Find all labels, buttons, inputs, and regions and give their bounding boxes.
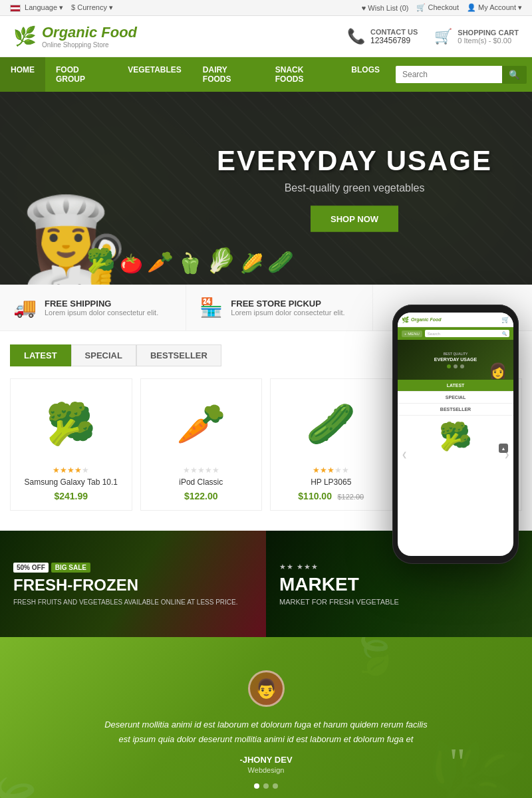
banner-left-content: 50% OFF BIG SALE FRESH-FROZEN FRESH FRUI… [0, 547, 251, 620]
banner-pre-title: ★★ ★★★ [279, 563, 399, 571]
leaf-icon-1: 🍃 [0, 760, 65, 798]
hero-title: EVERYDAY USAGE [217, 145, 492, 177]
nav-dairy-foods[interactable]: DAIRY FOODS [192, 57, 265, 92]
products-section: 🚚 FREE SHIPPING Lorem ipsum dolor consec… [0, 285, 532, 637]
cart-text: SHOPPING CART 0 Item(s) - $0.00 [458, 29, 519, 45]
hero-subtitle: Best-quality green vegetables [217, 182, 492, 194]
product-name-2: iPod Classic [149, 477, 254, 487]
testimonial-role: Webdesign [248, 766, 285, 774]
nav-search-area: 🔍 [390, 66, 532, 84]
testimonial-author: -JHONY DEV [239, 755, 292, 765]
phone-cart-icon: 🛒 [501, 316, 509, 323]
quote-mark-icon: " [450, 742, 466, 782]
product-price-3: $110.00 $122.00 [279, 490, 384, 502]
phone-hero-text: BEST QUALITY EVERYDAY USAGE [434, 352, 477, 368]
testimonial-dot-1[interactable] [254, 783, 259, 789]
testimonial-quote: Deserunt mollitia animi id est laborum e… [100, 718, 432, 747]
tab-bestseller[interactable]: BESTSELLER [136, 344, 221, 366]
testimonial-dots [254, 783, 278, 789]
product-name-1: Samsung Galaxy Tab 10.1 [19, 477, 124, 487]
phone-menu-bar: + MENU Search 🔍 [398, 327, 513, 340]
phone-prev-arrow: ❮ [402, 451, 407, 458]
nav-food-group[interactable]: FOOD GROUP [45, 57, 117, 92]
product-name-3: HP LP3065 [279, 477, 384, 487]
product-image-1: 🥦 [19, 387, 124, 460]
logo-text: Organic Food Online Shopping Store [42, 24, 137, 49]
banner-title-right: MARKET [279, 574, 399, 595]
product-card-2: 🥕 ★★★★★ iPod Classic $122.00 [140, 378, 263, 511]
tab-special[interactable]: SPECIAL [71, 344, 136, 366]
phone-header: 🌿 Organic Food 🛒 [398, 313, 513, 327]
mobile-preview: 🌿 Organic Food 🛒 + MENU Search 🔍 [392, 305, 525, 597]
checkout-link[interactable]: 🛒 Checkout [416, 3, 459, 12]
header: 🌿 Organic Food Online Shopping Store 📞 C… [0, 16, 532, 57]
carrot-icon: 🥕 [176, 400, 226, 448]
hero-content: EVERYDAY USAGE Best-quality green vegeta… [217, 145, 492, 232]
bigsale-badge: BIG SALE [51, 563, 90, 573]
phone-leaf-icon: 🌿 [402, 317, 409, 323]
main-navigation: HOME FOOD GROUP VEGETABLES DAIRY FOODS S… [0, 57, 532, 92]
wishlist-link[interactable]: ♥ Wish List (0) [362, 4, 409, 12]
phone-scroll-button: ▲ [499, 444, 508, 453]
user-icon: 👤 [467, 3, 476, 11]
cucumber-icon: 🥒 [306, 400, 356, 448]
phone-search-bar: Search 🔍 [425, 330, 509, 337]
search-button[interactable]: 🔍 [502, 66, 527, 84]
top-bar-left: Language ▾ $ Currency ▾ [10, 3, 113, 12]
phone-tab-latest: LATEST [398, 380, 513, 392]
heart-icon: ♥ [362, 4, 366, 12]
phone-product-image: 🥦 [403, 421, 508, 452]
testimonial-dot-3[interactable] [273, 783, 278, 789]
broccoli-icon: 🥦 [46, 400, 96, 448]
product-image-2: 🥕 [149, 387, 254, 460]
truck-icon: 🚚 [13, 297, 37, 319]
leaf-icon-3: 🍃 [345, 637, 402, 682]
nav-blogs[interactable]: BLOGS [340, 57, 390, 92]
product-card-3: 🥒 ★★★★★ HP LP3065 $110.00 $122.00 [270, 378, 392, 511]
cart-icon: 🛒 [416, 3, 426, 11]
phone-hero-image: 👩 [489, 362, 507, 380]
header-right: 📞 CONTACT US 123456789 🛒 SHOPPING CART 0… [347, 28, 519, 45]
my-account-link[interactable]: 👤 My Account ▾ [467, 3, 522, 12]
banner-desc-left: FRESH FRUITS AND VEGETABLES AVAILABLE ON… [13, 598, 238, 607]
search-input[interactable] [396, 66, 502, 83]
banner-desc-right: MARKET FOR FRESH VEGETABLE [279, 598, 399, 606]
product-price-1: $241.99 [19, 490, 124, 502]
top-bar-right: ♥ Wish List (0) 🛒 Checkout 👤 My Account … [362, 3, 522, 12]
nav-vegetables[interactable]: VEGETABLES [117, 57, 192, 92]
logo: 🌿 Organic Food Online Shopping Store [13, 24, 137, 49]
hero-banner: 👩‍🍳 🥦 🍅 🥕 🫑 🥬 🌽 🥒 EVERYDAY USAGE Best-qu… [0, 92, 532, 285]
header-cart[interactable]: 🛒 SHOPPING CART 0 Item(s) - $0.00 [434, 28, 519, 45]
phone-brand: Organic Food [411, 317, 442, 322]
top-bar: Language ▾ $ Currency ▾ ♥ Wish List (0) … [0, 0, 532, 16]
nav-home[interactable]: HOME [0, 57, 45, 92]
phone-icon: 📞 [347, 28, 365, 45]
shop-now-button[interactable]: SHOP NOW [311, 206, 398, 232]
percent-badge: 50% OFF [13, 563, 49, 573]
phone-device: 🌿 Organic Food 🛒 + MENU Search 🔍 [392, 305, 519, 564]
product-rating-3: ★★★★★ [279, 466, 384, 475]
currency-selector[interactable]: $ Currency ▾ [71, 3, 113, 12]
phone-menu-button: + MENU [402, 331, 422, 337]
banner-right-content: ★★ ★★★ MARKET MARKET FOR FRESH VEGETABLE [266, 549, 412, 619]
testimonial-avatar: 👨 [248, 670, 285, 707]
tab-latest[interactable]: LATEST [10, 344, 71, 366]
nav-menu: HOME FOOD GROUP VEGETABLES DAIRY FOODS S… [0, 57, 390, 92]
nav-snack-foods[interactable]: SNACK FOODS [265, 57, 341, 92]
product-price-2: $122.00 [149, 490, 254, 502]
avatar-image: 👨 [255, 678, 278, 700]
feature-shipping: 🚚 FREE SHIPPING Lorem ipsum dolor consec… [0, 285, 186, 331]
feature-pickup-text: FREE STORE PICKUP Lorem ipsum dolor cons… [231, 299, 344, 317]
product-card-1: 🥦 ★★★★★ Samsung Galaxy Tab 10.1 $241.99 [10, 378, 132, 511]
banner-title-left: FRESH-FROZEN [13, 577, 238, 594]
testimonial-section: 🍃 🌿 🍃 👨 Deserunt mollitia animi id est l… [0, 637, 532, 798]
phone-tab-bestseller: BESTSELLER [398, 404, 513, 416]
phone-tab-special: SPECIAL [398, 392, 513, 404]
banner-fresh-frozen[interactable]: 50% OFF BIG SALE FRESH-FROZEN FRESH FRUI… [0, 531, 266, 637]
testimonial-dot-2[interactable] [263, 783, 269, 789]
phone-product-tabs: LATEST SPECIAL BESTSELLER [398, 380, 513, 416]
phone-screen: 🌿 Organic Food 🛒 + MENU Search 🔍 [398, 313, 513, 556]
feature-pickup: 🏪 FREE STORE PICKUP Lorem ipsum dolor co… [186, 285, 372, 331]
phone-hero: BEST QUALITY EVERYDAY USAGE 👩 [398, 340, 513, 380]
language-selector[interactable]: Language ▾ [10, 3, 63, 12]
